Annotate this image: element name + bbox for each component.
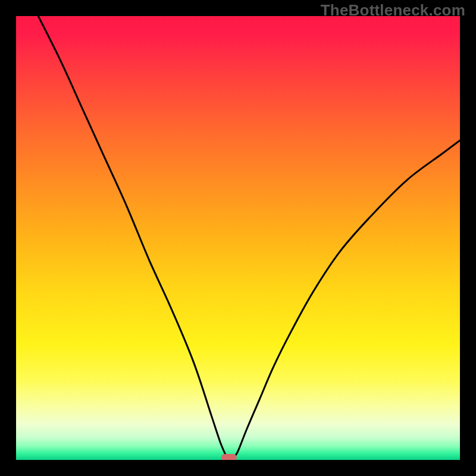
chart-frame: TheBottleneck.com — [0, 0, 476, 476]
bottleneck-curve — [16, 16, 460, 460]
plot-area — [16, 16, 460, 460]
curve-right-branch — [234, 140, 460, 458]
curve-left-branch — [38, 16, 227, 458]
watermark-text: TheBottleneck.com — [321, 1, 465, 20]
minimum-marker — [221, 454, 237, 460]
